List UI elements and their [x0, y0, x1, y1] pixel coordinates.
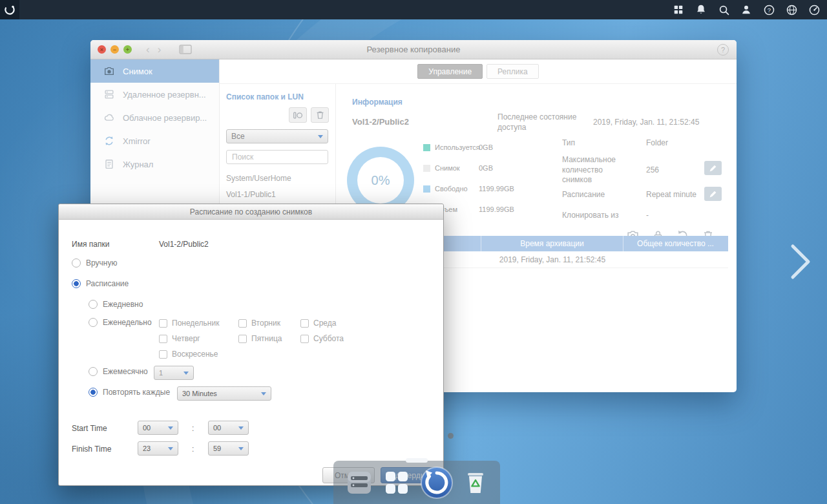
sidebar-item-remote-backup[interactable]: Удаленное резервн... [90, 83, 219, 106]
checkbox-wednesday[interactable]: Среда [300, 319, 336, 328]
edit-max-snapshots-button[interactable] [704, 161, 722, 175]
finish-hour-select[interactable]: 23 [138, 441, 178, 456]
radio-icon [89, 388, 98, 397]
folder-list-item[interactable]: Vol1-1/Public1 [220, 187, 335, 202]
start-time-label: Start Time [72, 424, 107, 433]
folder-search-input[interactable] [226, 150, 328, 164]
checkbox-saturday[interactable]: Суббота [300, 334, 344, 343]
user-icon[interactable] [740, 3, 753, 16]
window-help-button[interactable]: ? [717, 44, 729, 56]
tab-management[interactable]: Управление [417, 64, 483, 79]
language-globe-icon[interactable] [785, 3, 798, 16]
radio-repeat-every[interactable]: Повторять каждые [89, 388, 170, 397]
back-button[interactable]: ‹ [146, 44, 150, 55]
app-drawer-icon[interactable] [382, 468, 411, 497]
checkbox-icon [300, 319, 309, 328]
donut-percent: 0% [372, 173, 390, 188]
apps-grid-icon[interactable] [672, 3, 685, 16]
chevron-down-icon [261, 392, 266, 395]
trash-icon [316, 110, 324, 120]
dialog-titlebar[interactable]: Расписание по созданию снимков [59, 204, 443, 220]
volume-name: Vol1-2/Public2 [352, 117, 409, 127]
checkbox-sunday[interactable]: Воскресенье [159, 350, 218, 359]
checkbox-icon [238, 335, 247, 343]
help-icon[interactable]: ? [762, 3, 775, 16]
resource-monitor-icon[interactable] [808, 3, 821, 16]
time-separator: : [192, 445, 194, 454]
start-hour-select[interactable]: 00 [138, 421, 178, 435]
close-button[interactable]: × [98, 45, 106, 54]
radio-monthly[interactable]: Ежемесячно [89, 367, 148, 376]
nas-storage-icon[interactable] [345, 468, 373, 497]
detail-value: Repeat minute [646, 190, 696, 199]
search-icon[interactable] [717, 3, 730, 16]
sidebar-item-journal[interactable]: Журнал [90, 152, 219, 176]
repeat-interval-select[interactable]: 30 Minutes [177, 386, 271, 401]
checkbox-icon [300, 335, 309, 343]
folder-filter-select[interactable]: Все [226, 129, 328, 143]
finish-time-label: Finish Time [72, 445, 111, 454]
forward-button[interactable]: › [158, 44, 162, 55]
sidebar-item-xmirror[interactable]: Xmirror [90, 129, 219, 152]
notifications-icon[interactable] [695, 3, 707, 16]
recycle-bin-icon[interactable] [463, 468, 488, 497]
detail-value: Folder [646, 138, 668, 147]
sidebar-item-label: Удаленное резервн... [123, 90, 206, 100]
journal-icon [103, 158, 115, 170]
radio-daily[interactable]: Ежедневно [89, 300, 143, 309]
checkbox-thursday[interactable]: Четверг [159, 334, 200, 343]
desktop-pager-dot[interactable] [448, 433, 454, 439]
dock-handle[interactable] [406, 458, 428, 463]
radio-icon [89, 367, 98, 376]
radio-icon [72, 258, 81, 268]
sidebar-item-label: Облачное резервир... [123, 113, 207, 123]
radio-schedule[interactable]: Расписание [72, 279, 129, 288]
dock [333, 461, 500, 504]
column-header[interactable]: Время архивации [481, 236, 623, 251]
checkbox-icon [159, 335, 167, 343]
minimize-button[interactable]: − [110, 45, 119, 54]
legend-swatch [423, 185, 430, 193]
legend-swatch [423, 165, 430, 172]
checkbox-monday[interactable]: Понедельник [159, 319, 219, 328]
last-access-value: 2019, Friday, Jan. 11, 21:52:45 [593, 118, 699, 127]
delete-folder-button[interactable] [311, 107, 329, 123]
info-title: Информация [352, 98, 403, 107]
column-header[interactable]: Общее количество ... [623, 236, 728, 251]
desktop-next-page-arrow[interactable] [790, 243, 813, 283]
checkbox-icon [238, 319, 247, 328]
lun-button[interactable] [289, 107, 307, 123]
pencil-icon [709, 164, 717, 173]
folder-name-label: Имя папки [72, 240, 109, 249]
folder-list-item[interactable]: System/UserHome [220, 171, 335, 186]
monthly-day-select[interactable]: 1 [154, 366, 194, 380]
sidebar-item-snapshot[interactable]: Снимок [90, 59, 219, 83]
detail-value: - [646, 211, 649, 220]
maximize-button[interactable]: + [123, 45, 132, 54]
backup-restore-icon[interactable] [420, 466, 454, 499]
sidebar-toggle-icon[interactable] [179, 45, 192, 54]
radio-icon [72, 279, 81, 288]
chevron-down-icon [168, 447, 173, 450]
legend-row: Снимок0GB [423, 164, 493, 172]
legend-row: Используется0GB [423, 143, 493, 151]
system-topbar: ? [0, 0, 827, 19]
tabbar: Управление Реплика [220, 59, 737, 84]
radio-weekly[interactable]: Еженедельно [89, 318, 152, 327]
radio-icon [89, 318, 98, 327]
checkbox-friday[interactable]: Пятница [238, 334, 282, 343]
edit-schedule-button[interactable] [704, 187, 722, 201]
sidebar-item-label: Снимок [123, 67, 152, 76]
detail-label: Расписание [562, 190, 634, 200]
detail-label: Клонировать из [562, 211, 634, 221]
folder-panel-title: Список папок и LUN [226, 92, 304, 101]
window-titlebar[interactable]: × − + ‹ › Резервное копирование ? [90, 40, 737, 59]
tab-replica[interactable]: Реплика [487, 64, 539, 79]
start-minute-select[interactable]: 00 [208, 421, 249, 435]
finish-minute-select[interactable]: 59 [208, 441, 249, 456]
sidebar-item-cloud-backup[interactable]: Облачное резервир... [90, 106, 219, 129]
radio-manual[interactable]: Вручную [72, 258, 117, 268]
detail-label: Максимальное количество снимков [562, 155, 634, 185]
chevron-down-icon [183, 372, 189, 375]
checkbox-tuesday[interactable]: Вторник [238, 319, 280, 328]
